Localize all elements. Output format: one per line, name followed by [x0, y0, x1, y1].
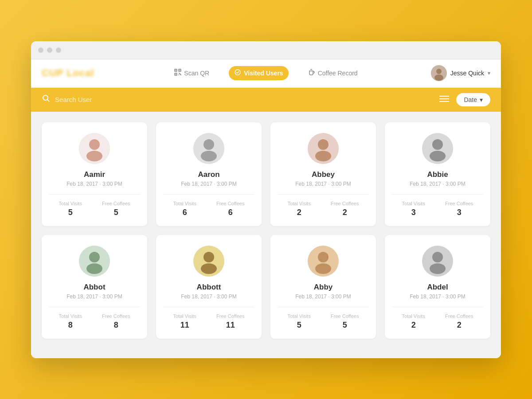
total-visits-abbott: Total Visits 11 — [173, 313, 196, 330]
user-date-abbie: Feb 18, 2017 · 3:00 PM — [410, 181, 465, 187]
nav-item-coffee-record[interactable]: Coffee Record — [303, 66, 363, 80]
svg-point-40 — [318, 252, 329, 262]
user-date-aamir: Feb 18, 2017 · 3:00 PM — [66, 181, 122, 187]
svg-point-44 — [430, 263, 446, 274]
user-menu[interactable]: Jesse Quick ▾ — [419, 65, 490, 81]
user-card-abdel[interactable]: Abdel Feb 18, 2017 · 3:00 PM Total Visit… — [385, 235, 490, 339]
total-visits-value-abbott: 11 — [180, 321, 189, 330]
user-stats-aamir: Total Visits 5 Free Coffees 5 — [49, 201, 140, 217]
free-coffees-abbot: Free Coffees 8 — [102, 313, 130, 330]
free-coffees-label-abby: Free Coffees — [331, 313, 359, 319]
search-icon — [42, 94, 51, 105]
total-visits-aaron: Total Visits 6 — [173, 201, 196, 217]
svg-point-22 — [89, 139, 100, 150]
user-date-aaron: Feb 18, 2017 · 3:00 PM — [181, 181, 236, 187]
svg-point-41 — [315, 263, 331, 274]
svg-point-28 — [318, 139, 329, 150]
user-name-abbot: Abbot — [83, 283, 105, 292]
card-divider-abbot — [49, 307, 140, 307]
card-divider-aamir — [49, 194, 140, 195]
nav-coffee-record-label: Coffee Record — [318, 70, 358, 77]
search-input[interactable] — [55, 96, 144, 103]
free-coffees-aaron: Free Coffees 6 — [216, 201, 244, 217]
dot-close[interactable] — [38, 47, 43, 53]
free-coffees-aamir: Free Coffees 5 — [102, 201, 130, 217]
card-divider-aaron — [163, 194, 254, 195]
svg-point-29 — [315, 151, 331, 161]
user-card-abbey[interactable]: Abbey Feb 18, 2017 · 3:00 PM Total Visit… — [270, 122, 376, 226]
total-visits-label-aaron: Total Visits — [173, 201, 196, 206]
svg-point-23 — [86, 151, 102, 161]
free-coffees-value-abby: 5 — [343, 321, 347, 330]
user-card-grid-row2: Abbot Feb 18, 2017 · 3:00 PM Total Visit… — [42, 235, 490, 339]
total-visits-label-abbot: Total Visits — [59, 313, 82, 319]
date-filter-button[interactable]: Date ▾ — [456, 93, 490, 106]
user-card-grid-row1: Aamir Feb 18, 2017 · 3:00 PM Total Visit… — [42, 122, 490, 226]
user-stats-abby: Total Visits 5 Free Coffees 5 — [278, 313, 369, 330]
dot-maximize[interactable] — [56, 47, 61, 53]
user-avatar-abbie — [422, 133, 453, 164]
user-name-aaron: Aaron — [198, 170, 219, 179]
free-coffees-label-abbey: Free Coffees — [331, 201, 359, 206]
user-stats-aaron: Total Visits 6 Free Coffees 6 — [163, 201, 254, 217]
user-avatar-abdel — [422, 246, 453, 277]
search-wrap — [42, 94, 432, 105]
svg-rect-3 — [176, 70, 176, 71]
content-area: Aamir Feb 18, 2017 · 3:00 PM Total Visit… — [31, 112, 501, 358]
free-coffees-label-abbie: Free Coffees — [445, 201, 473, 206]
coffee-icon — [308, 69, 315, 78]
user-card-abby[interactable]: Abby Feb 18, 2017 · 3:00 PM Total Visits… — [270, 235, 376, 339]
card-divider-abbott — [163, 307, 254, 307]
navbar: CUP Local — [31, 59, 501, 88]
date-filter-label: Date — [464, 96, 477, 103]
svg-point-34 — [89, 252, 100, 262]
free-coffees-value-abbot: 8 — [114, 321, 118, 330]
user-stats-abbey: Total Visits 2 Free Coffees 2 — [278, 201, 369, 217]
user-avatar — [431, 65, 447, 81]
user-stats-abbie: Total Visits 3 Free Coffees 3 — [392, 201, 483, 217]
user-card-aaron[interactable]: Aaron Feb 18, 2017 · 3:00 PM Total Visit… — [156, 122, 262, 226]
user-name-abby: Abby — [314, 283, 333, 292]
user-date-abbey: Feb 18, 2017 · 3:00 PM — [295, 181, 351, 187]
user-avatar-abbey — [308, 133, 339, 164]
user-card-abbott[interactable]: Abbott Feb 18, 2017 · 3:00 PM Total Visi… — [156, 235, 262, 339]
nav-item-scan-qr[interactable]: Scan QR — [169, 66, 215, 80]
total-visits-value-abbey: 2 — [297, 208, 301, 217]
free-coffees-value-abbey: 2 — [343, 208, 347, 217]
svg-point-26 — [201, 151, 217, 161]
user-date-abbot: Feb 18, 2017 · 3:00 PM — [66, 293, 122, 300]
filter-icon[interactable] — [439, 94, 449, 105]
card-divider-abbie — [392, 194, 483, 195]
user-avatar-abbott — [193, 246, 224, 277]
free-coffees-value-abbie: 3 — [457, 208, 462, 217]
user-date-abdel: Feb 18, 2017 · 3:00 PM — [410, 293, 465, 300]
user-name-abbott: Abbott — [197, 283, 221, 292]
app-window: CUP Local — [31, 41, 501, 358]
app-logo: CUP Local — [42, 67, 113, 79]
total-visits-label-abby: Total Visits — [288, 313, 311, 319]
svg-point-14 — [436, 69, 442, 74]
free-coffees-value-abdel: 2 — [457, 321, 462, 330]
free-coffees-value-abbott: 11 — [226, 321, 235, 330]
free-coffees-abdel: Free Coffees 2 — [445, 313, 473, 330]
user-name: Jesse Quick — [450, 70, 484, 77]
total-visits-value-abbot: 8 — [68, 321, 73, 330]
total-visits-label-aamir: Total Visits — [59, 201, 82, 206]
total-visits-value-abbie: 3 — [411, 208, 416, 217]
user-card-aamir[interactable]: Aamir Feb 18, 2017 · 3:00 PM Total Visit… — [42, 122, 147, 226]
user-card-abbie[interactable]: Abbie Feb 18, 2017 · 3:00 PM Total Visit… — [385, 122, 490, 226]
nav-item-visited-users[interactable]: Visited Users — [229, 66, 288, 80]
svg-point-25 — [203, 139, 214, 150]
svg-point-43 — [432, 252, 443, 262]
total-visits-abbie: Total Visits 3 — [402, 201, 425, 217]
titlebar — [31, 41, 501, 59]
user-card-abbot[interactable]: Abbot Feb 18, 2017 · 3:00 PM Total Visit… — [42, 235, 147, 339]
total-visits-label-abdel: Total Visits — [402, 313, 425, 319]
total-visits-label-abbott: Total Visits — [173, 313, 196, 319]
svg-line-17 — [47, 100, 50, 102]
svg-point-15 — [434, 74, 443, 81]
dot-minimize[interactable] — [47, 47, 52, 53]
total-visits-label-abbie: Total Visits — [402, 201, 425, 206]
user-menu-chevron-icon: ▾ — [488, 70, 490, 76]
nav-visited-users-label: Visited Users — [244, 70, 283, 77]
